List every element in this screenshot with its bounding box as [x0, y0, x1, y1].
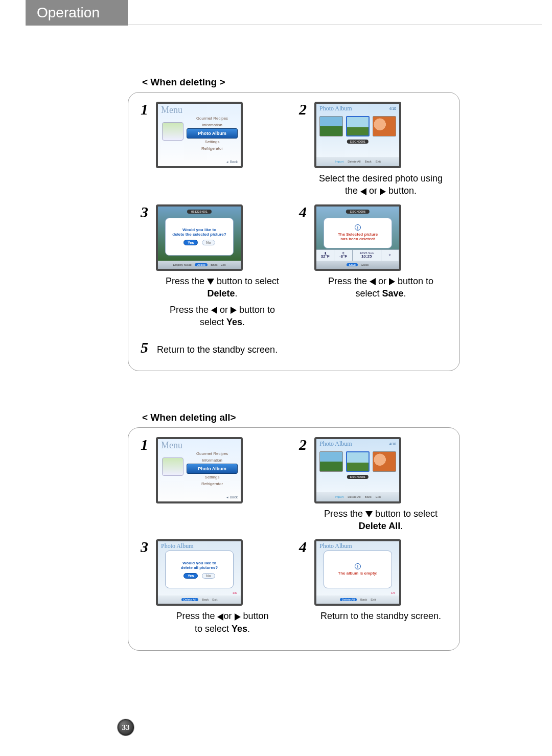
section2-title: < When deleting all> [128, 412, 460, 423]
menu-item: Gourmet Recipes [187, 115, 238, 122]
step-number: 5 [141, 340, 152, 355]
delete-dialog-screen: 051225-001 Would you like to delete the … [156, 204, 243, 271]
right-arrow-icon [389, 278, 395, 285]
section1-panel: 1 Menu Gourmet Recipes Information Photo… [128, 92, 460, 371]
right-arrow-icon [380, 188, 386, 195]
s1-step1: 1 Menu Gourmet Recipes Information Photo… [141, 102, 289, 197]
left-arrow-icon [211, 307, 217, 314]
s1-step3: 3 051225-001 Would you like to delete th… [141, 204, 289, 329]
content: < When deleting > 1 Menu Gourmet Recipes [128, 36, 460, 651]
s2-step3: 3 Photo Album Would you like to delete a… [141, 539, 289, 635]
album-screen: Photo Album 4/10 DSCN0001 Import [314, 437, 401, 503]
menu-screen: Menu Gourmet Recipes Information Photo A… [156, 437, 243, 503]
down-arrow-icon [365, 511, 373, 517]
s1-step3-caption: Press the button to select Delete. [156, 275, 289, 300]
dialog-pill: DSCN0006 [346, 210, 370, 214]
section2-panel: 1 Menu Gourmet Recipes Information Photo… [128, 427, 460, 651]
step-number: 1 [141, 102, 152, 117]
left-arrow-icon [217, 613, 223, 621]
menu-item-selected: Photo Album [187, 128, 238, 139]
step-number: 2 [299, 437, 310, 452]
right-arrow-icon [231, 307, 237, 314]
step-number: 2 [299, 102, 310, 117]
menu-item: Refrigerator [187, 145, 238, 152]
left-arrow-icon [360, 188, 366, 195]
step-number: 3 [141, 204, 152, 220]
step-number: 1 [141, 437, 152, 452]
album-empty-screen: Photo Album ! The album is empty! 1/6 De… [314, 539, 401, 606]
album-title: Photo Album [319, 105, 352, 112]
info-icon: ! [355, 224, 361, 231]
menu-item: Information [187, 122, 238, 128]
delete-all-dialog-screen: Photo Album Would you like to delete all… [156, 539, 243, 606]
dialog-pill: 051225-001 [187, 210, 212, 214]
menu-thumbnail [162, 122, 183, 141]
section-tab: Operation [26, 0, 128, 26]
menu-screen: Menu Gourmet Recipes Information Photo A… [156, 102, 243, 168]
s1-step5-text: Return to the standby screen. [157, 345, 278, 355]
step-number: 4 [299, 539, 310, 555]
photo-label: DSCN0001 [347, 140, 369, 144]
s1-step4: 4 DSCN0006 ! The Selected picture has be… [299, 204, 447, 329]
deleted-confirm-screen: DSCN0006 ! The Selected picture has been… [314, 204, 401, 271]
s2-step3-caption: Press the or button to select Yes. [156, 610, 289, 635]
s1-step5: 5 Return to the standby screen. [141, 340, 447, 355]
section1-title: < When deleting > [128, 77, 460, 88]
album-count: 4/10 [389, 107, 396, 110]
down-arrow-icon [207, 279, 214, 285]
step-number: 4 [299, 204, 310, 220]
photo-thumb-selected [346, 116, 370, 136]
album-footer: Import Delete All Back Exit [316, 157, 399, 166]
s2-step4-caption: Return to the standby screen. [314, 610, 447, 622]
header-rule [128, 25, 542, 25]
menu-item: Settings [187, 139, 238, 145]
step-number: 3 [141, 539, 152, 555]
dialog-yes: Yes [183, 240, 198, 245]
menu-title: Menu [161, 105, 182, 116]
info-icon: ! [355, 563, 361, 569]
photo-thumb [373, 116, 396, 136]
left-arrow-icon [370, 278, 376, 285]
s2-step2-caption: Press the button to select Delete All. [314, 508, 447, 533]
s2-step1: 1 Menu Gourmet Recipes Information Photo… [141, 437, 289, 533]
s1-step2-caption: Select the desired photo using the or bu… [314, 172, 447, 197]
dialog-no: No [202, 240, 215, 245]
page-number-badge: 33 [118, 719, 134, 736]
menu-back: ◂ Back [226, 160, 238, 164]
right-arrow-icon [235, 613, 241, 621]
photo-thumb [319, 116, 343, 136]
s2-step4: 4 Photo Album ! The album is empty! 1/6 [299, 539, 447, 635]
s1-step2: 2 Photo Album 4/10 DSC [299, 102, 447, 197]
s2-step2: 2 Photo Album 4/10 DSC [299, 437, 447, 533]
album-screen: Photo Album 4/10 DSCN0001 Import [314, 102, 401, 168]
s1-step3-caption2: Press the or button to select Yes. [156, 304, 289, 329]
section-heading: Operation [37, 5, 100, 21]
s1-step4-caption: Press the or button to select Save. [314, 275, 447, 300]
